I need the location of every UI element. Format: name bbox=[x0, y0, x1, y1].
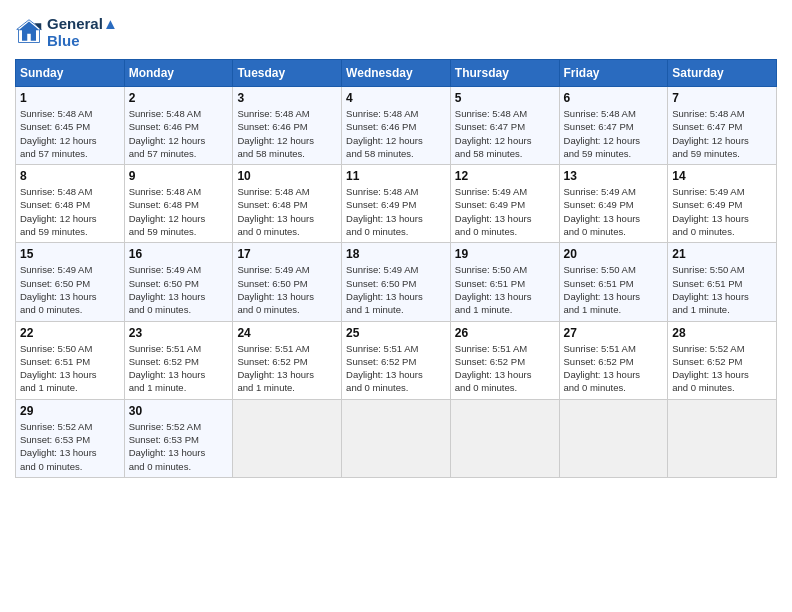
logo-text: General▲ Blue bbox=[47, 15, 118, 49]
calendar-cell: 17Sunrise: 5:49 AMSunset: 6:50 PMDayligh… bbox=[233, 243, 342, 321]
day-detail: Sunrise: 5:48 AMSunset: 6:47 PMDaylight:… bbox=[455, 107, 555, 160]
calendar-cell: 21Sunrise: 5:50 AMSunset: 6:51 PMDayligh… bbox=[668, 243, 777, 321]
day-number: 5 bbox=[455, 91, 555, 105]
calendar-cell bbox=[342, 399, 451, 477]
day-detail: Sunrise: 5:48 AMSunset: 6:48 PMDaylight:… bbox=[237, 185, 337, 238]
day-number: 4 bbox=[346, 91, 446, 105]
day-number: 27 bbox=[564, 326, 664, 340]
calendar-week-row: 22Sunrise: 5:50 AMSunset: 6:51 PMDayligh… bbox=[16, 321, 777, 399]
day-detail: Sunrise: 5:51 AMSunset: 6:52 PMDaylight:… bbox=[564, 342, 664, 395]
header: General▲ Blue bbox=[15, 15, 777, 49]
day-detail: Sunrise: 5:50 AMSunset: 6:51 PMDaylight:… bbox=[455, 263, 555, 316]
day-detail: Sunrise: 5:48 AMSunset: 6:46 PMDaylight:… bbox=[129, 107, 229, 160]
day-of-week-header: Tuesday bbox=[233, 60, 342, 87]
day-number: 24 bbox=[237, 326, 337, 340]
day-number: 18 bbox=[346, 247, 446, 261]
day-number: 7 bbox=[672, 91, 772, 105]
calendar-header-row: SundayMondayTuesdayWednesdayThursdayFrid… bbox=[16, 60, 777, 87]
calendar-cell: 23Sunrise: 5:51 AMSunset: 6:52 PMDayligh… bbox=[124, 321, 233, 399]
day-of-week-header: Monday bbox=[124, 60, 233, 87]
day-detail: Sunrise: 5:48 AMSunset: 6:47 PMDaylight:… bbox=[672, 107, 772, 160]
day-detail: Sunrise: 5:48 AMSunset: 6:48 PMDaylight:… bbox=[20, 185, 120, 238]
calendar-cell bbox=[233, 399, 342, 477]
day-detail: Sunrise: 5:51 AMSunset: 6:52 PMDaylight:… bbox=[346, 342, 446, 395]
calendar-cell: 9Sunrise: 5:48 AMSunset: 6:48 PMDaylight… bbox=[124, 165, 233, 243]
calendar-week-row: 8Sunrise: 5:48 AMSunset: 6:48 PMDaylight… bbox=[16, 165, 777, 243]
day-number: 20 bbox=[564, 247, 664, 261]
day-detail: Sunrise: 5:49 AMSunset: 6:50 PMDaylight:… bbox=[237, 263, 337, 316]
calendar-cell: 27Sunrise: 5:51 AMSunset: 6:52 PMDayligh… bbox=[559, 321, 668, 399]
calendar-cell: 7Sunrise: 5:48 AMSunset: 6:47 PMDaylight… bbox=[668, 87, 777, 165]
day-number: 3 bbox=[237, 91, 337, 105]
calendar-cell: 18Sunrise: 5:49 AMSunset: 6:50 PMDayligh… bbox=[342, 243, 451, 321]
day-number: 12 bbox=[455, 169, 555, 183]
day-detail: Sunrise: 5:49 AMSunset: 6:49 PMDaylight:… bbox=[672, 185, 772, 238]
day-number: 2 bbox=[129, 91, 229, 105]
day-number: 23 bbox=[129, 326, 229, 340]
day-detail: Sunrise: 5:48 AMSunset: 6:46 PMDaylight:… bbox=[237, 107, 337, 160]
calendar-cell: 11Sunrise: 5:48 AMSunset: 6:49 PMDayligh… bbox=[342, 165, 451, 243]
day-number: 19 bbox=[455, 247, 555, 261]
day-detail: Sunrise: 5:49 AMSunset: 6:50 PMDaylight:… bbox=[20, 263, 120, 316]
calendar-cell bbox=[559, 399, 668, 477]
calendar-week-row: 29Sunrise: 5:52 AMSunset: 6:53 PMDayligh… bbox=[16, 399, 777, 477]
day-detail: Sunrise: 5:52 AMSunset: 6:53 PMDaylight:… bbox=[20, 420, 120, 473]
day-detail: Sunrise: 5:51 AMSunset: 6:52 PMDaylight:… bbox=[455, 342, 555, 395]
calendar-cell: 4Sunrise: 5:48 AMSunset: 6:46 PMDaylight… bbox=[342, 87, 451, 165]
day-number: 22 bbox=[20, 326, 120, 340]
calendar-week-row: 15Sunrise: 5:49 AMSunset: 6:50 PMDayligh… bbox=[16, 243, 777, 321]
calendar-week-row: 1Sunrise: 5:48 AMSunset: 6:45 PMDaylight… bbox=[16, 87, 777, 165]
day-number: 10 bbox=[237, 169, 337, 183]
day-number: 17 bbox=[237, 247, 337, 261]
day-number: 15 bbox=[20, 247, 120, 261]
calendar-cell: 26Sunrise: 5:51 AMSunset: 6:52 PMDayligh… bbox=[450, 321, 559, 399]
calendar-cell: 15Sunrise: 5:49 AMSunset: 6:50 PMDayligh… bbox=[16, 243, 125, 321]
calendar-cell: 14Sunrise: 5:49 AMSunset: 6:49 PMDayligh… bbox=[668, 165, 777, 243]
calendar-cell: 24Sunrise: 5:51 AMSunset: 6:52 PMDayligh… bbox=[233, 321, 342, 399]
day-detail: Sunrise: 5:50 AMSunset: 6:51 PMDaylight:… bbox=[564, 263, 664, 316]
calendar-cell: 30Sunrise: 5:52 AMSunset: 6:53 PMDayligh… bbox=[124, 399, 233, 477]
calendar-cell: 13Sunrise: 5:49 AMSunset: 6:49 PMDayligh… bbox=[559, 165, 668, 243]
day-number: 14 bbox=[672, 169, 772, 183]
day-detail: Sunrise: 5:51 AMSunset: 6:52 PMDaylight:… bbox=[237, 342, 337, 395]
calendar-cell: 3Sunrise: 5:48 AMSunset: 6:46 PMDaylight… bbox=[233, 87, 342, 165]
calendar-cell: 28Sunrise: 5:52 AMSunset: 6:52 PMDayligh… bbox=[668, 321, 777, 399]
calendar-cell: 2Sunrise: 5:48 AMSunset: 6:46 PMDaylight… bbox=[124, 87, 233, 165]
day-detail: Sunrise: 5:52 AMSunset: 6:52 PMDaylight:… bbox=[672, 342, 772, 395]
day-detail: Sunrise: 5:50 AMSunset: 6:51 PMDaylight:… bbox=[20, 342, 120, 395]
day-detail: Sunrise: 5:48 AMSunset: 6:46 PMDaylight:… bbox=[346, 107, 446, 160]
day-number: 6 bbox=[564, 91, 664, 105]
calendar-cell bbox=[450, 399, 559, 477]
calendar-cell: 22Sunrise: 5:50 AMSunset: 6:51 PMDayligh… bbox=[16, 321, 125, 399]
day-number: 26 bbox=[455, 326, 555, 340]
day-detail: Sunrise: 5:50 AMSunset: 6:51 PMDaylight:… bbox=[672, 263, 772, 316]
day-number: 16 bbox=[129, 247, 229, 261]
calendar-cell bbox=[668, 399, 777, 477]
day-number: 29 bbox=[20, 404, 120, 418]
logo: General▲ Blue bbox=[15, 15, 118, 49]
day-number: 1 bbox=[20, 91, 120, 105]
calendar-cell: 5Sunrise: 5:48 AMSunset: 6:47 PMDaylight… bbox=[450, 87, 559, 165]
calendar-table: SundayMondayTuesdayWednesdayThursdayFrid… bbox=[15, 59, 777, 478]
day-detail: Sunrise: 5:48 AMSunset: 6:48 PMDaylight:… bbox=[129, 185, 229, 238]
calendar-cell: 1Sunrise: 5:48 AMSunset: 6:45 PMDaylight… bbox=[16, 87, 125, 165]
calendar-cell: 12Sunrise: 5:49 AMSunset: 6:49 PMDayligh… bbox=[450, 165, 559, 243]
day-number: 8 bbox=[20, 169, 120, 183]
day-detail: Sunrise: 5:48 AMSunset: 6:45 PMDaylight:… bbox=[20, 107, 120, 160]
day-of-week-header: Wednesday bbox=[342, 60, 451, 87]
day-detail: Sunrise: 5:49 AMSunset: 6:50 PMDaylight:… bbox=[346, 263, 446, 316]
day-detail: Sunrise: 5:48 AMSunset: 6:47 PMDaylight:… bbox=[564, 107, 664, 160]
day-of-week-header: Saturday bbox=[668, 60, 777, 87]
day-detail: Sunrise: 5:49 AMSunset: 6:50 PMDaylight:… bbox=[129, 263, 229, 316]
day-number: 11 bbox=[346, 169, 446, 183]
calendar-cell: 8Sunrise: 5:48 AMSunset: 6:48 PMDaylight… bbox=[16, 165, 125, 243]
day-of-week-header: Friday bbox=[559, 60, 668, 87]
day-number: 21 bbox=[672, 247, 772, 261]
calendar-cell: 20Sunrise: 5:50 AMSunset: 6:51 PMDayligh… bbox=[559, 243, 668, 321]
day-detail: Sunrise: 5:51 AMSunset: 6:52 PMDaylight:… bbox=[129, 342, 229, 395]
day-number: 30 bbox=[129, 404, 229, 418]
day-of-week-header: Thursday bbox=[450, 60, 559, 87]
day-number: 13 bbox=[564, 169, 664, 183]
day-detail: Sunrise: 5:49 AMSunset: 6:49 PMDaylight:… bbox=[455, 185, 555, 238]
day-number: 28 bbox=[672, 326, 772, 340]
